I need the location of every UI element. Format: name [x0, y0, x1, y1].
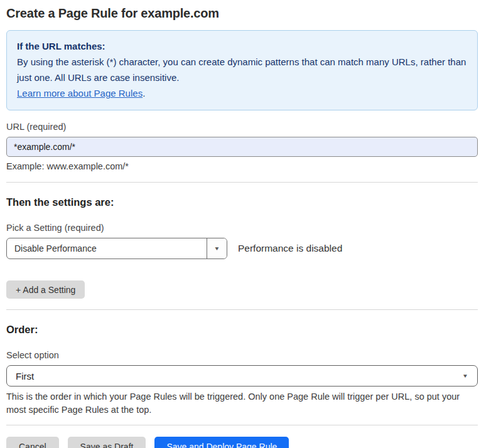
order-select-value: First — [16, 371, 34, 381]
url-label: URL (required) — [6, 122, 478, 132]
create-page-rule-form: Create a Page Rule for example.com If th… — [6, 0, 478, 448]
section-divider — [6, 425, 478, 425]
settings-section-heading: Then the settings are: — [6, 196, 478, 208]
setting-status-text: Performance is disabled — [238, 243, 342, 254]
setting-row: Disable Performance ▼ Performance is dis… — [6, 238, 478, 259]
cancel-button[interactable]: Cancel — [6, 437, 59, 448]
setting-dropdown-value: Disable Performance — [7, 238, 207, 259]
info-box-heading: If the URL matches: — [17, 38, 467, 54]
learn-more-link[interactable]: Learn more about Page Rules — [17, 88, 143, 99]
section-divider — [6, 309, 478, 310]
info-box-link-line: Learn more about Page Rules. — [17, 85, 467, 101]
url-input[interactable] — [6, 137, 478, 157]
setting-dropdown[interactable]: Disable Performance ▼ — [6, 238, 227, 259]
section-divider — [6, 182, 478, 183]
page-title: Create a Page Rule for example.com — [6, 6, 478, 21]
url-match-info-box: If the URL matches: By using the asteris… — [6, 30, 478, 110]
chevron-down-icon: ▼ — [214, 246, 220, 252]
link-period: . — [143, 88, 145, 99]
add-setting-button[interactable]: + Add a Setting — [6, 280, 85, 299]
save-deploy-button[interactable]: Save and Deploy Page Rule — [154, 437, 289, 448]
order-section-heading: Order: — [6, 324, 478, 336]
order-help-text: This is the order in which your Page Rul… — [6, 390, 478, 417]
caret-down-icon: ▼ — [462, 373, 468, 379]
select-option-label: Select option — [6, 350, 478, 360]
dropdown-arrow-button[interactable]: ▼ — [207, 238, 227, 259]
action-buttons-row: Cancel Save as Draft Save and Deploy Pag… — [6, 437, 478, 448]
info-box-body: By using the asterisk (*) character, you… — [17, 54, 467, 85]
order-select[interactable]: First ▼ — [6, 365, 478, 387]
pick-setting-label: Pick a Setting (required) — [6, 223, 478, 233]
save-draft-button[interactable]: Save as Draft — [68, 437, 146, 448]
url-example-text: Example: www.example.com/* — [6, 161, 478, 171]
